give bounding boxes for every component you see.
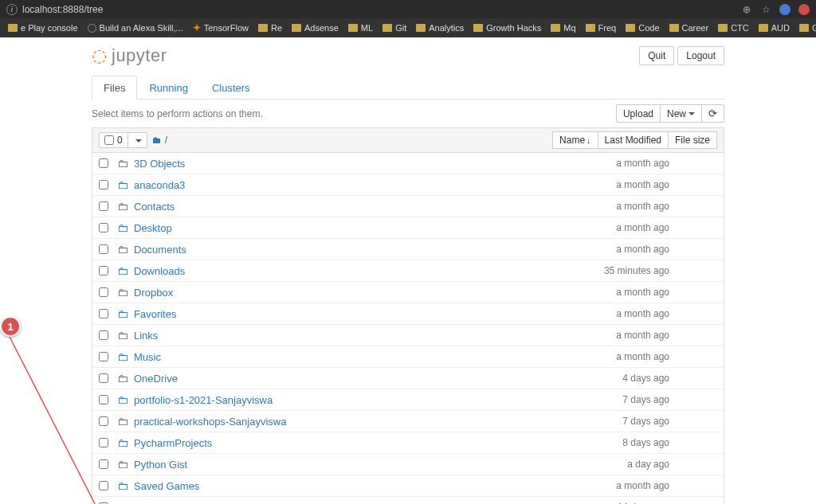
file-row: 🗀Musica month ago xyxy=(92,346,724,368)
quit-button[interactable]: Quit xyxy=(639,46,674,65)
bookmark-item[interactable]: e Play console xyxy=(3,23,83,33)
row-checkbox[interactable] xyxy=(99,266,108,275)
select-all-checkbox[interactable] xyxy=(104,135,114,145)
file-row: 🗀Favoritesa month ago xyxy=(92,303,724,325)
row-checkbox[interactable] xyxy=(99,244,108,254)
file-list: 🗀3D Objectsa month ago🗀anaconda3a month … xyxy=(92,153,724,504)
bookmark-item[interactable]: Analytics xyxy=(411,23,469,33)
star-icon[interactable]: ☆ xyxy=(760,4,771,15)
row-checkbox[interactable] xyxy=(99,459,108,469)
row-checkbox[interactable] xyxy=(99,438,108,447)
sort-name[interactable]: Name↓ xyxy=(552,131,598,149)
file-name[interactable]: Contacts xyxy=(134,201,175,213)
tab-files[interactable]: Files xyxy=(92,76,137,100)
file-name[interactable]: 3D Objects xyxy=(134,158,185,170)
folder-icon xyxy=(8,24,18,32)
bookmark-item[interactable]: AUD xyxy=(754,23,794,33)
select-hint: Select items to perform actions on them. xyxy=(92,108,263,119)
select-dropdown[interactable] xyxy=(128,133,147,147)
bookmark-item[interactable]: Career xyxy=(665,23,714,33)
row-checkbox[interactable] xyxy=(99,373,108,383)
url-text: localhost:8888/tree xyxy=(22,4,103,15)
row-checkbox[interactable] xyxy=(99,352,108,361)
file-row: 🗀Saved Gamesa month ago xyxy=(92,475,724,497)
row-checkbox[interactable] xyxy=(99,330,108,340)
new-button[interactable]: New xyxy=(660,104,702,123)
search-icon[interactable]: ⊕ xyxy=(741,4,752,15)
row-checkbox[interactable] xyxy=(99,287,108,297)
folder-icon: 🗀 xyxy=(116,200,129,213)
bookmark-label: Mq xyxy=(563,23,575,33)
breadcrumb[interactable]: 🖿 / xyxy=(152,135,167,146)
bookmark-item[interactable]: Re xyxy=(253,23,287,33)
file-modified: a month ago xyxy=(590,244,669,255)
row-checkbox[interactable] xyxy=(99,158,108,168)
folder-icon xyxy=(348,24,358,32)
file-name[interactable]: Music xyxy=(134,351,161,363)
file-name[interactable]: anaconda3 xyxy=(134,179,185,191)
folder-icon: 🗀 xyxy=(116,479,129,492)
bookmark-item[interactable]: Adsense xyxy=(287,23,343,33)
bookmark-item[interactable]: Growth Hacks xyxy=(469,23,546,33)
file-name[interactable]: Downloads xyxy=(134,265,185,277)
profile-icon[interactable] xyxy=(779,4,790,15)
file-name[interactable]: Links xyxy=(134,330,158,342)
file-name[interactable]: Dropbox xyxy=(134,287,173,299)
file-modified: 7 days ago xyxy=(590,394,669,405)
logout-button[interactable]: Logout xyxy=(677,46,724,65)
bookmark-item[interactable]: ML xyxy=(343,23,378,33)
row-checkbox[interactable] xyxy=(99,309,108,318)
file-row: 🗀Downloads35 minutes ago xyxy=(92,260,724,282)
row-checkbox[interactable] xyxy=(99,201,108,211)
file-modified: 4 days ago xyxy=(590,373,669,384)
file-name[interactable]: Desktop xyxy=(134,222,172,234)
bookmark-label: Code xyxy=(638,23,659,33)
bookmark-label: e Play console xyxy=(21,23,78,33)
file-name[interactable]: OneDrive xyxy=(134,373,178,385)
file-modified: a month ago xyxy=(590,222,669,233)
extension-icon[interactable] xyxy=(798,4,810,15)
tab-clusters[interactable]: Clusters xyxy=(200,76,262,100)
refresh-button[interactable]: ⟳ xyxy=(701,104,724,123)
bookmark-item[interactable]: ✦TensorFlow xyxy=(188,22,253,33)
bookmark-label: Freq xyxy=(598,23,617,33)
folder-icon: 🗀 xyxy=(116,307,129,320)
jupyter-header: ◌ jupyter Quit Logout xyxy=(92,44,724,71)
site-info-icon[interactable]: i xyxy=(6,4,18,15)
file-modified: 35 minutes ago xyxy=(590,265,669,276)
bookmark-label: Re xyxy=(271,23,282,33)
bookmark-item[interactable]: Build an Alexa Skill,... xyxy=(83,23,188,33)
bookmark-item[interactable]: CTC xyxy=(713,23,754,33)
bookmark-item[interactable]: Google Dev xyxy=(794,23,816,33)
sort-modified[interactable]: Last Modified xyxy=(598,131,669,149)
row-checkbox[interactable] xyxy=(99,395,108,404)
sort-size[interactable]: File size xyxy=(668,131,717,149)
row-checkbox[interactable] xyxy=(99,180,108,189)
bookmark-item[interactable]: Freq xyxy=(581,23,622,33)
file-name[interactable]: Favorites xyxy=(134,308,176,320)
file-name[interactable]: Saved Games xyxy=(134,480,199,492)
file-name[interactable]: Python Gist xyxy=(134,459,187,471)
bookmark-item[interactable]: Code xyxy=(621,23,664,33)
file-name[interactable]: seaborn-data xyxy=(134,502,195,505)
file-name[interactable]: Documents xyxy=(134,244,186,256)
bookmark-label: Growth Hacks xyxy=(486,23,541,33)
row-checkbox[interactable] xyxy=(99,223,108,232)
folder-icon: 🗀 xyxy=(116,436,129,449)
bookmark-item[interactable]: Git xyxy=(378,23,411,33)
file-name[interactable]: practical-workshops-Sanjayviswa xyxy=(134,416,286,428)
bookmark-label: Git xyxy=(395,23,406,33)
bookmark-item[interactable]: Mq xyxy=(546,23,580,33)
folder-icon: 🗀 xyxy=(116,350,129,363)
folder-icon xyxy=(416,24,426,32)
tab-running[interactable]: Running xyxy=(137,76,199,100)
toolbar: Select items to perform actions on them.… xyxy=(92,100,724,127)
jupyter-logo[interactable]: ◌ jupyter xyxy=(92,45,167,66)
file-name[interactable]: PycharmProjects xyxy=(134,437,212,449)
row-checkbox[interactable] xyxy=(99,481,108,490)
file-row: 🗀seaborn-data14 days ago xyxy=(92,497,724,504)
select-all[interactable]: 0 xyxy=(100,133,128,147)
upload-button[interactable]: Upload xyxy=(616,104,661,123)
row-checkbox[interactable] xyxy=(99,416,108,426)
file-name[interactable]: portfolio-s1-2021-Sanjayviswa xyxy=(134,394,273,406)
